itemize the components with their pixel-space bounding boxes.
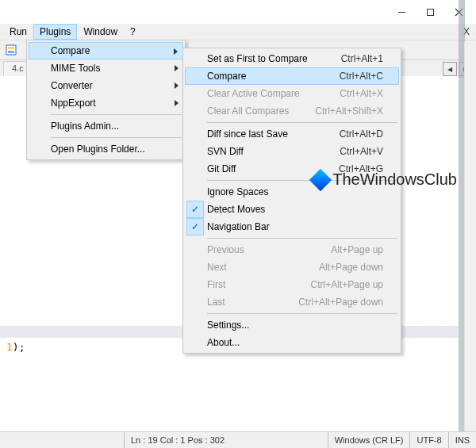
compare-menu-item: Clear All ComparesCtrl+Alt+Shift+X <box>185 102 399 120</box>
plugins-menu-item[interactable]: Open Plugins Folder... <box>29 140 183 158</box>
compare-menu-item[interactable]: SVN DiffCtrl+Alt+V <box>185 143 399 160</box>
menu-item-shortcut: Ctrl+Alt+C <box>340 71 383 82</box>
menu-item-shortcut: Ctrl+Alt+Page down <box>298 297 383 308</box>
submenu-arrow-icon <box>175 65 178 71</box>
menu-item-label: Open Plugins Folder... <box>51 144 167 155</box>
menu-separator <box>207 313 397 314</box>
menu-item-label: First <box>207 279 292 290</box>
menu-separator <box>51 114 182 115</box>
menu-item-label: Navigation Bar <box>207 221 383 232</box>
toolbar-icon[interactable] <box>3 42 19 58</box>
status-encoding: UTF-8 <box>409 432 447 448</box>
compare-menu-item[interactable]: About... <box>185 334 399 351</box>
menu-item-label: Diff since last Save <box>207 128 321 140</box>
tab-prev-button[interactable]: ◀ <box>443 62 457 76</box>
menu-item-shortcut: Ctrl+Alt+1 <box>341 53 383 64</box>
compare-menu-item[interactable]: Settings... <box>185 316 399 334</box>
plugins-menu-item[interactable]: Compare <box>29 42 183 59</box>
svg-rect-3 <box>8 51 14 53</box>
menu-item-label: Next <box>207 262 300 273</box>
menu-item-label: MIME Tools <box>51 63 167 74</box>
titlebar <box>0 0 476 24</box>
menu-item-shortcut: Ctrl+Alt+X <box>340 88 383 99</box>
menu-item-label: Settings... <box>207 320 383 331</box>
menu-item-shortcut: Ctrl+Alt+Shift+X <box>315 105 383 117</box>
menu-item-label: Compare <box>51 45 167 56</box>
menu-item-label: Plugins Admin... <box>51 121 167 132</box>
menu-item-label: Clear All Compares <box>207 105 296 117</box>
menu-item-shortcut: Ctrl+Alt+V <box>340 146 383 157</box>
maximize-button[interactable] <box>416 2 444 22</box>
compare-dropdown: Set as First to CompareCtrl+Alt+1Compare… <box>182 48 401 354</box>
status-spacer <box>0 432 124 448</box>
menu-item-label: Previous <box>207 244 312 255</box>
menu-item-label: Compare <box>207 71 321 82</box>
menu-separator <box>207 122 397 123</box>
compare-menu-item[interactable]: ✓Detect Moves <box>185 201 399 218</box>
plugins-dropdown: CompareMIME ToolsConverterNppExportPlugi… <box>26 40 186 160</box>
menu-item-label: Set as First to Compare <box>207 53 322 64</box>
plugins-menu-item[interactable]: Converter <box>29 77 183 94</box>
submenu-arrow-icon <box>175 100 178 106</box>
menu-item-label: Converter <box>51 80 167 91</box>
watermark-logo-icon <box>309 168 332 190</box>
check-icon: ✓ <box>186 201 204 218</box>
vertical-scrollbar[interactable] <box>464 41 476 432</box>
minimize-button[interactable] <box>387 2 416 22</box>
watermark: TheWindowsClub <box>313 170 457 189</box>
submenu-arrow-icon <box>175 82 178 89</box>
compare-menu-item: PreviousAlt+Page up <box>185 241 399 258</box>
compare-menu-item[interactable]: Diff since last SaveCtrl+Alt+D <box>185 125 399 143</box>
menu-item-label: Git Diff <box>207 163 320 174</box>
menu-item-label: About... <box>207 337 383 348</box>
menu-item-label: Last <box>207 297 279 308</box>
status-mode: INS <box>448 432 476 448</box>
code-line: 1); <box>6 341 25 353</box>
menu-separator <box>207 238 397 239</box>
compare-menu-item: FirstCtrl+Alt+Page up <box>185 276 399 293</box>
compare-menu-item[interactable]: CompareCtrl+Alt+C <box>185 67 399 85</box>
menu-separator <box>51 137 182 138</box>
menu-help[interactable]: ? <box>124 24 142 40</box>
svg-rect-1 <box>6 45 16 55</box>
menu-item-shortcut: Alt+Page up <box>331 244 383 255</box>
svg-rect-0 <box>427 9 433 15</box>
submenu-arrow-icon <box>174 48 178 55</box>
compare-menu-item: LastCtrl+Alt+Page down <box>185 293 399 311</box>
compare-menu-item[interactable]: Set as First to CompareCtrl+Alt+1 <box>185 50 399 67</box>
compare-menu-item[interactable]: ✓Navigation Bar <box>185 218 399 235</box>
menu-item-shortcut: Ctrl+Alt+D <box>340 128 383 140</box>
plugins-menu-item[interactable]: Plugins Admin... <box>29 117 183 135</box>
menu-item-label: Detect Moves <box>207 204 383 215</box>
compare-menu-item: Clear Active CompareCtrl+Alt+X <box>185 85 399 102</box>
status-position: Ln : 19 Col : 1 Pos : 302 <box>124 432 328 448</box>
plugins-menu-item[interactable]: NppExport <box>29 94 183 112</box>
check-icon: ✓ <box>186 218 204 235</box>
menu-item-shortcut: Ctrl+Alt+Page up <box>311 279 383 290</box>
status-eol: Windows (CR LF) <box>328 432 410 448</box>
statusbar: Ln : 19 Col : 1 Pos : 302 Windows (CR LF… <box>0 431 476 448</box>
plugins-menu-item[interactable]: MIME Tools <box>29 59 183 77</box>
menu-window[interactable]: Window <box>77 24 124 40</box>
menubar: Run Plugins Window ? X <box>0 24 476 40</box>
menu-plugins[interactable]: Plugins <box>33 24 77 40</box>
menu-item-label: NppExport <box>51 98 167 109</box>
menu-item-shortcut: Alt+Page down <box>319 262 383 273</box>
menu-item-label: Clear Active Compare <box>207 88 321 99</box>
compare-menu-item: NextAlt+Page down <box>185 258 399 276</box>
menu-run[interactable]: Run <box>3 24 33 40</box>
menu-item-label: SVN Diff <box>207 146 321 157</box>
svg-rect-2 <box>8 47 14 49</box>
